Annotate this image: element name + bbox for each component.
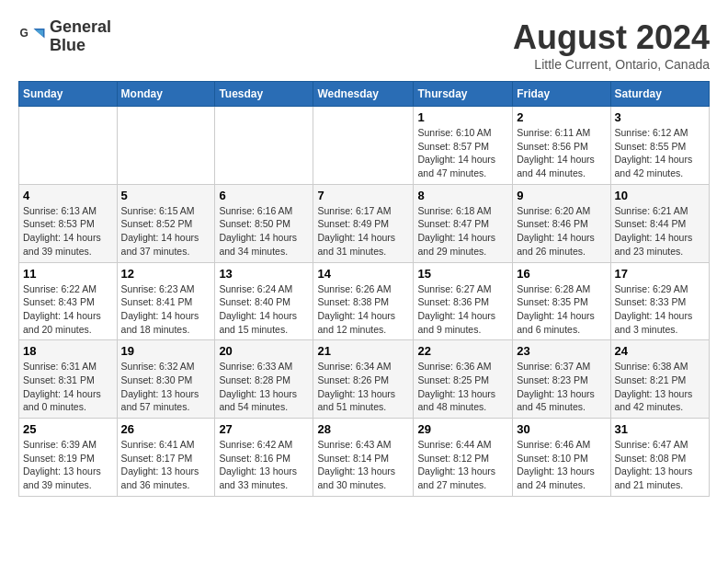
calendar-cell: 20Sunrise: 6:33 AM Sunset: 8:28 PM Dayli… bbox=[215, 340, 313, 419]
day-number: 4 bbox=[23, 189, 113, 202]
day-header-thursday: Thursday bbox=[414, 82, 513, 107]
day-number: 14 bbox=[317, 267, 409, 281]
calendar-header-row: SundayMondayTuesdayWednesdayThursdayFrid… bbox=[19, 82, 710, 107]
calendar-cell: 10Sunrise: 6:21 AM Sunset: 8:44 PM Dayli… bbox=[610, 184, 709, 262]
calendar-week-1: 1Sunrise: 6:10 AM Sunset: 8:57 PM Daylig… bbox=[19, 107, 710, 185]
day-header-friday: Friday bbox=[513, 82, 610, 107]
day-number: 15 bbox=[417, 267, 508, 281]
day-number: 26 bbox=[121, 422, 211, 436]
day-number: 7 bbox=[317, 189, 409, 202]
calendar-cell: 26Sunrise: 6:41 AM Sunset: 8:17 PM Dayli… bbox=[117, 419, 215, 497]
calendar-cell: 11Sunrise: 6:22 AM Sunset: 8:43 PM Dayli… bbox=[19, 262, 118, 340]
day-number: 20 bbox=[219, 344, 309, 358]
calendar-week-4: 18Sunrise: 6:31 AM Sunset: 8:31 PM Dayli… bbox=[19, 340, 710, 419]
calendar-cell: 2Sunrise: 6:11 AM Sunset: 8:56 PM Daylig… bbox=[513, 107, 610, 185]
calendar-cell: 28Sunrise: 6:43 AM Sunset: 8:14 PM Dayli… bbox=[313, 419, 414, 497]
day-info: Sunrise: 6:43 AM Sunset: 8:14 PM Dayligh… bbox=[317, 438, 409, 492]
calendar-cell: 9Sunrise: 6:20 AM Sunset: 8:46 PM Daylig… bbox=[513, 184, 610, 262]
day-number: 1 bbox=[417, 110, 508, 124]
day-header-sunday: Sunday bbox=[19, 82, 118, 107]
header: G General Blue August 2024 Little Curren… bbox=[18, 18, 710, 72]
day-info: Sunrise: 6:34 AM Sunset: 8:26 PM Dayligh… bbox=[317, 360, 409, 414]
calendar-cell: 22Sunrise: 6:36 AM Sunset: 8:25 PM Dayli… bbox=[414, 340, 513, 419]
calendar-cell: 17Sunrise: 6:29 AM Sunset: 8:33 PM Dayli… bbox=[610, 262, 709, 340]
day-number: 17 bbox=[615, 267, 705, 281]
day-info: Sunrise: 6:21 AM Sunset: 8:44 PM Dayligh… bbox=[615, 204, 705, 259]
day-header-wednesday: Wednesday bbox=[313, 82, 414, 107]
day-header-tuesday: Tuesday bbox=[215, 82, 313, 107]
calendar-cell: 5Sunrise: 6:15 AM Sunset: 8:52 PM Daylig… bbox=[117, 184, 215, 262]
subtitle: Little Current, Ontario, Canada bbox=[513, 57, 710, 72]
title-section: August 2024 Little Current, Ontario, Can… bbox=[513, 18, 710, 72]
calendar-cell: 6Sunrise: 6:16 AM Sunset: 8:50 PM Daylig… bbox=[215, 184, 313, 262]
day-info: Sunrise: 6:44 AM Sunset: 8:12 PM Dayligh… bbox=[417, 438, 508, 492]
day-info: Sunrise: 6:29 AM Sunset: 8:33 PM Dayligh… bbox=[615, 282, 705, 337]
day-info: Sunrise: 6:22 AM Sunset: 8:43 PM Dayligh… bbox=[23, 282, 113, 337]
calendar-cell: 23Sunrise: 6:37 AM Sunset: 8:23 PM Dayli… bbox=[513, 340, 610, 419]
day-info: Sunrise: 6:36 AM Sunset: 8:25 PM Dayligh… bbox=[417, 360, 508, 414]
day-info: Sunrise: 6:10 AM Sunset: 8:57 PM Dayligh… bbox=[417, 126, 508, 180]
calendar-cell: 12Sunrise: 6:23 AM Sunset: 8:41 PM Dayli… bbox=[117, 262, 215, 340]
day-info: Sunrise: 6:39 AM Sunset: 8:19 PM Dayligh… bbox=[23, 438, 113, 492]
day-number: 30 bbox=[517, 422, 606, 436]
calendar-cell: 13Sunrise: 6:24 AM Sunset: 8:40 PM Dayli… bbox=[215, 262, 313, 340]
logo-icon: G bbox=[18, 23, 46, 51]
day-info: Sunrise: 6:37 AM Sunset: 8:23 PM Dayligh… bbox=[517, 360, 606, 414]
calendar-cell: 25Sunrise: 6:39 AM Sunset: 8:19 PM Dayli… bbox=[19, 419, 118, 497]
calendar-cell: 16Sunrise: 6:28 AM Sunset: 8:35 PM Dayli… bbox=[513, 262, 610, 340]
day-number: 9 bbox=[517, 189, 606, 202]
day-number: 2 bbox=[517, 110, 606, 124]
day-number: 21 bbox=[317, 344, 409, 358]
main-title: August 2024 bbox=[513, 18, 710, 57]
calendar-cell: 30Sunrise: 6:46 AM Sunset: 8:10 PM Dayli… bbox=[513, 419, 610, 497]
calendar-cell: 27Sunrise: 6:42 AM Sunset: 8:16 PM Dayli… bbox=[215, 419, 313, 497]
calendar-cell: 4Sunrise: 6:13 AM Sunset: 8:53 PM Daylig… bbox=[19, 184, 118, 262]
logo: G General Blue bbox=[18, 18, 111, 55]
day-info: Sunrise: 6:13 AM Sunset: 8:53 PM Dayligh… bbox=[23, 204, 113, 259]
day-info: Sunrise: 6:41 AM Sunset: 8:17 PM Dayligh… bbox=[121, 438, 211, 492]
calendar-cell: 18Sunrise: 6:31 AM Sunset: 8:31 PM Dayli… bbox=[19, 340, 118, 419]
logo-line2: Blue bbox=[50, 37, 111, 55]
calendar-cell bbox=[215, 107, 313, 185]
day-info: Sunrise: 6:27 AM Sunset: 8:36 PM Dayligh… bbox=[417, 282, 508, 337]
day-header-monday: Monday bbox=[117, 82, 215, 107]
calendar-cell bbox=[117, 107, 215, 185]
day-info: Sunrise: 6:26 AM Sunset: 8:38 PM Dayligh… bbox=[317, 282, 409, 337]
day-info: Sunrise: 6:17 AM Sunset: 8:49 PM Dayligh… bbox=[317, 204, 409, 259]
day-header-saturday: Saturday bbox=[610, 82, 709, 107]
day-number: 27 bbox=[219, 422, 309, 436]
calendar-week-3: 11Sunrise: 6:22 AM Sunset: 8:43 PM Dayli… bbox=[19, 262, 710, 340]
day-info: Sunrise: 6:18 AM Sunset: 8:47 PM Dayligh… bbox=[417, 204, 508, 259]
calendar-cell: 3Sunrise: 6:12 AM Sunset: 8:55 PM Daylig… bbox=[610, 107, 709, 185]
day-number: 23 bbox=[517, 344, 606, 358]
day-number: 13 bbox=[219, 267, 309, 281]
calendar-cell: 21Sunrise: 6:34 AM Sunset: 8:26 PM Dayli… bbox=[313, 340, 414, 419]
day-info: Sunrise: 6:33 AM Sunset: 8:28 PM Dayligh… bbox=[219, 360, 309, 414]
day-number: 3 bbox=[615, 110, 705, 124]
calendar-cell: 31Sunrise: 6:47 AM Sunset: 8:08 PM Dayli… bbox=[610, 419, 709, 497]
calendar-cell: 7Sunrise: 6:17 AM Sunset: 8:49 PM Daylig… bbox=[313, 184, 414, 262]
calendar-cell bbox=[19, 107, 118, 185]
calendar-table: SundayMondayTuesdayWednesdayThursdayFrid… bbox=[18, 81, 710, 497]
day-info: Sunrise: 6:12 AM Sunset: 8:55 PM Dayligh… bbox=[615, 126, 705, 180]
svg-text:G: G bbox=[20, 27, 28, 40]
calendar-cell: 24Sunrise: 6:38 AM Sunset: 8:21 PM Dayli… bbox=[610, 340, 709, 419]
day-info: Sunrise: 6:24 AM Sunset: 8:40 PM Dayligh… bbox=[219, 282, 309, 337]
day-info: Sunrise: 6:42 AM Sunset: 8:16 PM Dayligh… bbox=[219, 438, 309, 492]
day-number: 11 bbox=[23, 267, 113, 281]
day-number: 5 bbox=[121, 189, 211, 202]
day-number: 18 bbox=[23, 344, 113, 358]
day-info: Sunrise: 6:46 AM Sunset: 8:10 PM Dayligh… bbox=[517, 438, 606, 492]
calendar-cell: 8Sunrise: 6:18 AM Sunset: 8:47 PM Daylig… bbox=[414, 184, 513, 262]
calendar-cell: 29Sunrise: 6:44 AM Sunset: 8:12 PM Dayli… bbox=[414, 419, 513, 497]
day-number: 12 bbox=[121, 267, 211, 281]
day-info: Sunrise: 6:47 AM Sunset: 8:08 PM Dayligh… bbox=[615, 438, 705, 492]
calendar-week-2: 4Sunrise: 6:13 AM Sunset: 8:53 PM Daylig… bbox=[19, 184, 710, 262]
calendar-cell: 1Sunrise: 6:10 AM Sunset: 8:57 PM Daylig… bbox=[414, 107, 513, 185]
day-number: 31 bbox=[615, 422, 705, 436]
day-info: Sunrise: 6:38 AM Sunset: 8:21 PM Dayligh… bbox=[615, 360, 705, 414]
day-number: 6 bbox=[219, 189, 309, 202]
calendar-body: 1Sunrise: 6:10 AM Sunset: 8:57 PM Daylig… bbox=[19, 107, 710, 497]
calendar-cell: 14Sunrise: 6:26 AM Sunset: 8:38 PM Dayli… bbox=[313, 262, 414, 340]
day-info: Sunrise: 6:28 AM Sunset: 8:35 PM Dayligh… bbox=[517, 282, 606, 337]
